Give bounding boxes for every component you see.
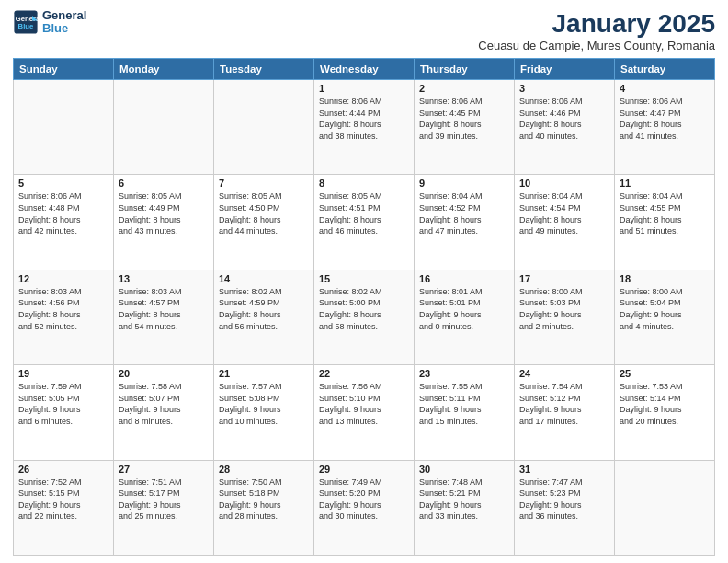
logo-line1: General: [42, 9, 86, 22]
calendar-week-row: 26Sunrise: 7:52 AM Sunset: 5:15 PM Dayli…: [14, 460, 715, 555]
weekday-header: Monday: [114, 59, 214, 80]
day-number: 9: [419, 178, 509, 189]
day-number: 7: [219, 178, 309, 189]
day-info: Sunrise: 8:03 AM Sunset: 4:57 PM Dayligh…: [119, 286, 209, 332]
calendar-cell: 7Sunrise: 8:05 AM Sunset: 4:50 PM Daylig…: [214, 175, 314, 270]
calendar-cell: 19Sunrise: 7:59 AM Sunset: 5:05 PM Dayli…: [14, 365, 114, 460]
weekday-header-row: SundayMondayTuesdayWednesdayThursdayFrid…: [14, 59, 715, 80]
calendar-cell: 14Sunrise: 8:02 AM Sunset: 4:59 PM Dayli…: [214, 270, 314, 364]
day-info: Sunrise: 7:59 AM Sunset: 5:05 PM Dayligh…: [18, 381, 108, 427]
weekday-header: Wednesday: [314, 59, 415, 80]
subtitle: Ceuasu de Campie, Mures County, Romania: [478, 39, 715, 52]
day-number: 23: [419, 368, 509, 379]
calendar-cell: 8Sunrise: 8:05 AM Sunset: 4:51 PM Daylig…: [314, 175, 415, 270]
day-info: Sunrise: 7:57 AM Sunset: 5:08 PM Dayligh…: [219, 381, 309, 427]
calendar-cell: 17Sunrise: 8:00 AM Sunset: 5:03 PM Dayli…: [515, 270, 615, 364]
calendar-cell: 13Sunrise: 8:03 AM Sunset: 4:57 PM Dayli…: [114, 270, 214, 364]
day-info: Sunrise: 7:48 AM Sunset: 5:21 PM Dayligh…: [419, 477, 509, 523]
day-number: 11: [620, 178, 710, 189]
calendar-cell: [14, 80, 114, 175]
day-info: Sunrise: 8:06 AM Sunset: 4:45 PM Dayligh…: [419, 96, 509, 142]
weekday-header: Saturday: [615, 59, 715, 80]
day-number: 16: [419, 273, 509, 284]
calendar-cell: 6Sunrise: 8:05 AM Sunset: 4:49 PM Daylig…: [114, 175, 214, 270]
day-info: Sunrise: 7:55 AM Sunset: 5:11 PM Dayligh…: [419, 381, 509, 427]
calendar-cell: 24Sunrise: 7:54 AM Sunset: 5:12 PM Dayli…: [515, 365, 615, 460]
day-number: 21: [219, 368, 309, 379]
month-title: January 2025: [478, 9, 715, 39]
day-info: Sunrise: 8:05 AM Sunset: 4:50 PM Dayligh…: [219, 190, 309, 236]
day-number: 12: [18, 273, 108, 284]
calendar-cell: 26Sunrise: 7:52 AM Sunset: 5:15 PM Dayli…: [14, 460, 114, 555]
day-number: 18: [620, 273, 710, 284]
calendar-cell: 25Sunrise: 7:53 AM Sunset: 5:14 PM Dayli…: [615, 365, 715, 460]
calendar-cell: 28Sunrise: 7:50 AM Sunset: 5:18 PM Dayli…: [214, 460, 314, 555]
day-number: 2: [419, 83, 509, 94]
calendar-cell: [615, 460, 715, 555]
day-info: Sunrise: 7:54 AM Sunset: 5:12 PM Dayligh…: [519, 381, 609, 427]
calendar-week-row: 1Sunrise: 8:06 AM Sunset: 4:44 PM Daylig…: [14, 80, 715, 175]
day-number: 25: [620, 368, 710, 379]
calendar-cell: 29Sunrise: 7:49 AM Sunset: 5:20 PM Dayli…: [314, 460, 415, 555]
day-number: 29: [319, 464, 409, 475]
calendar-cell: 16Sunrise: 8:01 AM Sunset: 5:01 PM Dayli…: [415, 270, 515, 364]
calendar-cell: 15Sunrise: 8:02 AM Sunset: 5:00 PM Dayli…: [314, 270, 415, 364]
day-number: 22: [319, 368, 409, 379]
calendar-cell: 1Sunrise: 8:06 AM Sunset: 4:44 PM Daylig…: [314, 80, 415, 175]
day-info: Sunrise: 8:06 AM Sunset: 4:47 PM Dayligh…: [620, 96, 710, 142]
weekday-header: Friday: [515, 59, 615, 80]
calendar-cell: 5Sunrise: 8:06 AM Sunset: 4:48 PM Daylig…: [14, 175, 114, 270]
day-info: Sunrise: 8:04 AM Sunset: 4:52 PM Dayligh…: [419, 190, 509, 236]
day-info: Sunrise: 8:01 AM Sunset: 5:01 PM Dayligh…: [419, 286, 509, 332]
day-number: 10: [519, 178, 609, 189]
calendar-week-row: 19Sunrise: 7:59 AM Sunset: 5:05 PM Dayli…: [14, 365, 715, 460]
calendar-cell: 23Sunrise: 7:55 AM Sunset: 5:11 PM Dayli…: [415, 365, 515, 460]
calendar-cell: 11Sunrise: 8:04 AM Sunset: 4:55 PM Dayli…: [615, 175, 715, 270]
day-number: 6: [119, 178, 209, 189]
calendar-cell: 3Sunrise: 8:06 AM Sunset: 4:46 PM Daylig…: [515, 80, 615, 175]
page: General Blue General Blue January 2025 C…: [0, 0, 728, 563]
weekday-header: Thursday: [415, 59, 515, 80]
calendar-cell: [114, 80, 214, 175]
calendar-cell: 21Sunrise: 7:57 AM Sunset: 5:08 PM Dayli…: [214, 365, 314, 460]
day-info: Sunrise: 8:02 AM Sunset: 5:00 PM Dayligh…: [319, 286, 409, 332]
day-info: Sunrise: 7:58 AM Sunset: 5:07 PM Dayligh…: [119, 381, 209, 427]
day-number: 17: [519, 273, 609, 284]
day-number: 5: [18, 178, 108, 189]
day-info: Sunrise: 7:47 AM Sunset: 5:23 PM Dayligh…: [519, 477, 609, 523]
day-info: Sunrise: 8:00 AM Sunset: 5:04 PM Dayligh…: [620, 286, 710, 332]
logo-line2: Blue: [42, 22, 86, 35]
calendar-cell: 31Sunrise: 7:47 AM Sunset: 5:23 PM Dayli…: [515, 460, 615, 555]
svg-text:Blue: Blue: [18, 22, 34, 30]
day-info: Sunrise: 7:53 AM Sunset: 5:14 PM Dayligh…: [620, 381, 710, 427]
calendar-cell: 9Sunrise: 8:04 AM Sunset: 4:52 PM Daylig…: [415, 175, 515, 270]
day-info: Sunrise: 8:06 AM Sunset: 4:44 PM Dayligh…: [319, 96, 409, 142]
calendar-cell: 20Sunrise: 7:58 AM Sunset: 5:07 PM Dayli…: [114, 365, 214, 460]
calendar-table: SundayMondayTuesdayWednesdayThursdayFrid…: [13, 58, 715, 556]
weekday-header: Tuesday: [214, 59, 314, 80]
day-number: 19: [18, 368, 108, 379]
day-info: Sunrise: 7:49 AM Sunset: 5:20 PM Dayligh…: [319, 477, 409, 523]
day-number: 27: [119, 464, 209, 475]
calendar-cell: 10Sunrise: 8:04 AM Sunset: 4:54 PM Dayli…: [515, 175, 615, 270]
calendar-cell: 22Sunrise: 7:56 AM Sunset: 5:10 PM Dayli…: [314, 365, 415, 460]
day-number: 20: [119, 368, 209, 379]
day-number: 28: [219, 464, 309, 475]
day-number: 4: [620, 83, 710, 94]
day-number: 14: [219, 273, 309, 284]
day-info: Sunrise: 8:02 AM Sunset: 4:59 PM Dayligh…: [219, 286, 309, 332]
day-info: Sunrise: 8:05 AM Sunset: 4:49 PM Dayligh…: [119, 190, 209, 236]
day-number: 3: [519, 83, 609, 94]
day-number: 15: [319, 273, 409, 284]
day-info: Sunrise: 7:56 AM Sunset: 5:10 PM Dayligh…: [319, 381, 409, 427]
day-number: 8: [319, 178, 409, 189]
day-number: 26: [18, 464, 108, 475]
day-number: 13: [119, 273, 209, 284]
calendar-week-row: 12Sunrise: 8:03 AM Sunset: 4:56 PM Dayli…: [14, 270, 715, 364]
day-info: Sunrise: 8:03 AM Sunset: 4:56 PM Dayligh…: [18, 286, 108, 332]
logo: General Blue General Blue: [13, 9, 86, 36]
day-info: Sunrise: 8:00 AM Sunset: 5:03 PM Dayligh…: [519, 286, 609, 332]
logo-icon: General Blue: [13, 9, 39, 35]
calendar-week-row: 5Sunrise: 8:06 AM Sunset: 4:48 PM Daylig…: [14, 175, 715, 270]
day-info: Sunrise: 8:04 AM Sunset: 4:54 PM Dayligh…: [519, 190, 609, 236]
